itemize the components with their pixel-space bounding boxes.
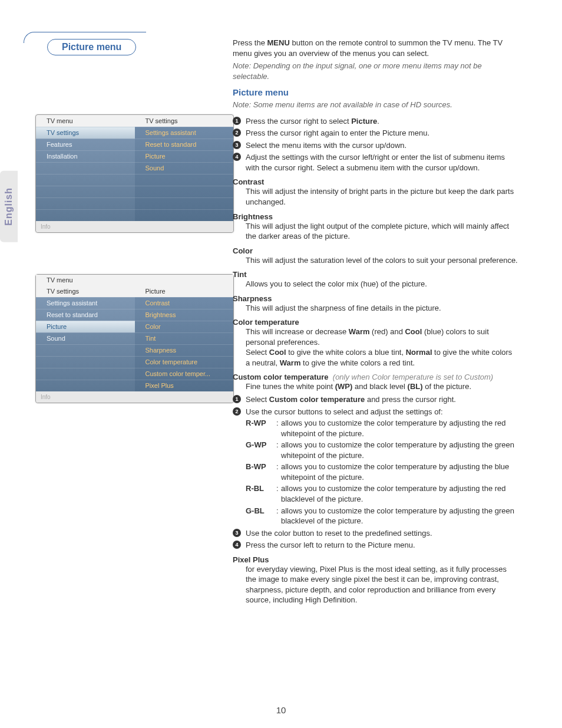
language-tab: English: [0, 171, 18, 242]
def-body: for everyday viewing, Pixel Plus is the …: [233, 564, 518, 605]
sub-definition: G-WP:allows you to customize the color t…: [246, 440, 518, 460]
definition: SharpnessThis will adjust the sharpness …: [233, 294, 518, 314]
menu-row: [135, 174, 234, 186]
def-title: Brightness: [233, 212, 518, 221]
menu-row: [135, 197, 234, 209]
sub-definition: R-BL:allows you to customize the color t…: [246, 483, 518, 504]
t: Picture: [351, 117, 377, 126]
step-number-icon: 3: [233, 529, 241, 537]
t: Select: [246, 395, 269, 404]
list-item: 1Select Custom color temperature and pre…: [233, 394, 518, 405]
colon: :: [276, 483, 281, 504]
menu-row: Pixel Plus: [135, 380, 234, 391]
sub-key: B-WP: [246, 462, 276, 482]
t: Fine tunes the white point: [246, 382, 335, 391]
colon: :: [276, 440, 281, 460]
menu-row: Custom color temper...: [135, 368, 234, 380]
t: Cool: [269, 348, 286, 357]
section-title: Picture menu: [47, 39, 136, 55]
sub-key: G-WP: [246, 440, 276, 460]
definition: TintAllows you to select the color mix (…: [233, 270, 518, 289]
def-inline-note: (only when Color temperature is set to C…: [330, 373, 493, 381]
t: This will increase or decrease: [246, 327, 349, 336]
menu-row: Color: [135, 321, 234, 332]
def-custom-color-temp: Custom color temperature (only when Colo…: [233, 373, 518, 550]
sub-value: allows you to customize the color temper…: [281, 418, 518, 439]
def-title: Contrast: [233, 177, 518, 186]
sub-value: allows you to customize the color temper…: [281, 483, 518, 504]
menu2-h1: TV settings: [36, 286, 135, 297]
menu-row: [36, 162, 135, 174]
sub-value: allows you to customize the color temper…: [281, 440, 518, 460]
menu-row: TV settings: [36, 127, 135, 139]
def-title: Sharpness: [233, 294, 518, 303]
definition: ContrastThis will adjust the intensity o…: [233, 177, 518, 207]
t: (red) and: [370, 327, 405, 336]
t: to give the white colors a red tint.: [300, 358, 415, 367]
def-body: This will increase or decrease Warm (red…: [233, 327, 518, 368]
custom-steps: 1Select Custom color temperature and pre…: [233, 394, 518, 551]
menu-row: [36, 174, 135, 186]
menu-row: Picture: [36, 321, 135, 332]
sub-definition: B-WP:allows you to customize the color t…: [246, 462, 518, 482]
list-item: 3Use the color button to reset to the pr…: [233, 528, 518, 539]
menu-row: Picture: [135, 150, 234, 162]
menu-row: Sound: [36, 332, 135, 344]
picture-menu-steps: 1Press the cursor right to select Pictur…: [233, 116, 518, 173]
t: Warm: [280, 358, 301, 367]
t: Warm: [349, 327, 370, 336]
menu-row: Contrast: [135, 297, 234, 309]
menu-row: [36, 186, 135, 197]
t: Use the cursor buttons to select and adj…: [246, 407, 443, 416]
picture-menu-heading: Picture menu: [233, 87, 518, 97]
menu-row: [36, 209, 135, 221]
def-title: Tint: [233, 270, 518, 279]
menu-row: Settings assistant: [135, 127, 234, 139]
list-item: 1Press the cursor right to select Pictur…: [233, 116, 518, 127]
intro-menu-bold: MENU: [267, 38, 290, 47]
def-body: Allows you to select the color mix (hue)…: [233, 279, 518, 289]
colon: :: [276, 462, 281, 482]
menu-row: Sound: [135, 162, 234, 174]
menu-row: Settings assistant: [36, 297, 135, 309]
menu-row: Color temperature: [135, 356, 234, 368]
menu2-footer: Info: [36, 391, 233, 403]
menu-row: [36, 380, 135, 391]
t: of the picture.: [423, 382, 471, 391]
def-color-temperature: Color temperature This will increase or …: [233, 318, 518, 368]
t: (BL): [408, 382, 423, 391]
def-title: Color temperature: [233, 318, 518, 327]
t: Select: [246, 348, 269, 357]
step-number-icon: 3: [233, 141, 241, 149]
step-number-icon: 4: [233, 541, 241, 549]
menu-row: Sharpness: [135, 344, 234, 356]
menu-row: Tint: [135, 332, 234, 344]
intro-note: Note: Depending on the input signal, one…: [233, 61, 518, 81]
list-item: 4Press the cursor left to return to the …: [233, 540, 518, 551]
menu-screenshot-2: TV menu TV settings Picture Settings ass…: [35, 274, 234, 403]
list-item: 2Press the cursor right again to enter t…: [233, 128, 518, 139]
t: and press the cursor right.: [365, 395, 456, 404]
step-number-icon: 2: [233, 129, 241, 137]
menu-row: [36, 197, 135, 209]
menu-row: Features: [36, 139, 135, 150]
menu-row: [36, 368, 135, 380]
menu1-footer: Info: [36, 221, 233, 232]
sub-key: R-WP: [246, 418, 276, 439]
menu-screenshot-1: TV menu TV settings TV settingsFeaturesI…: [35, 114, 234, 233]
def-title: Custom color temperature: [233, 373, 329, 381]
t: Press the cursor left to return to the P…: [246, 541, 415, 549]
def-body: This will adjust the saturation level of…: [233, 255, 518, 266]
intro-part1: Press the: [233, 38, 267, 47]
step-number-icon: 2: [233, 407, 241, 416]
menu1-h2: TV settings: [135, 116, 234, 126]
page-number: 10: [0, 705, 562, 715]
def-body: This will adjust the light output of the…: [233, 221, 518, 242]
def-pixel-plus: Pixel Plus for everyday viewing, Pixel P…: [233, 555, 518, 605]
definition: ColorThis will adjust the saturation lev…: [233, 246, 518, 266]
list-item: 3Select the menu items with the cursor u…: [233, 140, 518, 151]
def-body: This will adjust the intensity of bright…: [233, 186, 518, 207]
colon: :: [276, 506, 281, 526]
def-intro: Fine tunes the white point (WP) and blac…: [233, 381, 518, 392]
t: to give the white colors a blue tint,: [286, 348, 406, 357]
